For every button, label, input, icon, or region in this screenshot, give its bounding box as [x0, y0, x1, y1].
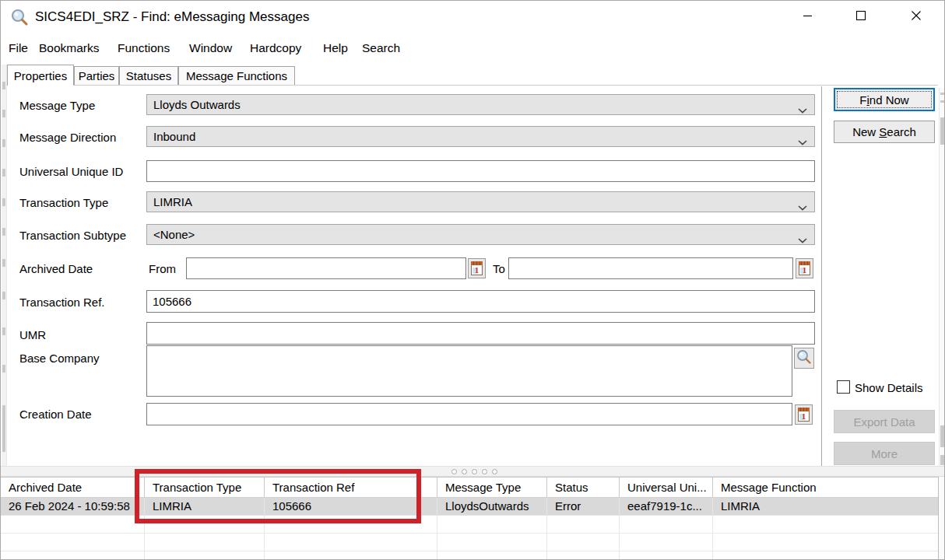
minimize-icon [803, 10, 813, 24]
title-bar: SICS4EDI_SRZ - Find: eMessaging Messages [1, 1, 944, 33]
universal-unique-id-input[interactable] [146, 160, 815, 182]
archived-date-to-input[interactable] [508, 257, 793, 279]
new-search-button[interactable]: New Search [834, 121, 935, 143]
menu-bar: File Bookmarks Functions Window Hardcopy… [1, 33, 944, 63]
menu-item-file[interactable]: File [9, 41, 28, 55]
magnifier-icon [10, 8, 29, 26]
column-header-transaction-type[interactable]: Transaction Type [145, 478, 265, 497]
message-type-combo[interactable]: Lloyds Outwards [146, 94, 815, 115]
cell-status: Error [547, 498, 620, 515]
table-vertical-scrollbar[interactable] [938, 477, 945, 560]
left-edge-strip [2, 65, 7, 477]
show-details-label: Show Details [855, 381, 923, 394]
right-scrollbar[interactable] [939, 88, 945, 466]
cell-message-function: LIMRIA [713, 498, 938, 515]
magnifier-icon [796, 349, 812, 368]
transaction-type-value: LIMRIA [153, 195, 192, 208]
close-icon [911, 10, 922, 24]
tab-properties[interactable]: Properties [7, 65, 74, 86]
creation-date-picker-button[interactable]: 1 [795, 404, 813, 425]
archived-date-to-picker-button[interactable]: 1 [796, 258, 813, 278]
menu-item-functions[interactable]: Functions [118, 41, 170, 55]
message-type-label: Message Type [19, 99, 95, 112]
export-data-button[interactable]: Export Data [834, 410, 935, 433]
transaction-ref-label: Transaction Ref. [19, 296, 105, 309]
tab-message-functions[interactable]: Message Functions [178, 66, 295, 85]
base-company-label: Base Company [19, 352, 100, 365]
chevron-down-icon [798, 135, 807, 148]
archived-date-label: Archived Date [19, 262, 93, 275]
column-header-universal-unique[interactable]: Universal Uni... [620, 478, 713, 497]
table-empty-row [1, 534, 938, 551]
creation-date-label: Creation Date [19, 408, 92, 421]
table-header-row: Archived Date Transaction Type Transacti… [1, 478, 938, 498]
transaction-ref-input[interactable] [146, 290, 815, 313]
archived-date-from-picker-button[interactable]: 1 [468, 258, 486, 278]
maximize-icon [855, 10, 866, 24]
cell-universal-unique: eeaf7919-1c... [620, 498, 713, 515]
cell-archived-date: 26 Feb 2024 - 10:59:58 [1, 498, 145, 515]
cell-transaction-type: LIMRIA [145, 498, 265, 515]
chevron-down-icon [798, 103, 807, 116]
creation-date-input[interactable] [146, 403, 792, 425]
transaction-subtype-combo[interactable]: <None> [146, 224, 815, 245]
splitter-bar[interactable] [1, 466, 944, 477]
transaction-subtype-label: Transaction Subtype [19, 229, 126, 242]
archived-date-to-label: To [493, 262, 505, 275]
transaction-type-combo[interactable]: LIMRIA [146, 191, 815, 212]
minimize-button[interactable] [785, 1, 829, 33]
results-table: Archived Date Transaction Type Transacti… [1, 477, 938, 560]
tab-baseline [7, 85, 938, 86]
table-row[interactable]: 26 Feb 2024 - 10:59:58 LIMRIA 105666 Llo… [1, 498, 938, 516]
splitter-grip [451, 469, 497, 474]
column-header-transaction-ref[interactable]: Transaction Ref [265, 478, 437, 497]
calendar-icon: 1 [798, 408, 810, 422]
calendar-icon: 1 [471, 261, 483, 275]
menu-item-window[interactable]: Window [189, 41, 232, 55]
column-header-status[interactable]: Status [547, 478, 620, 497]
message-type-value: Lloyds Outwards [153, 98, 241, 111]
archived-date-from-label: From [149, 262, 176, 275]
message-direction-combo[interactable]: Inbound [146, 126, 815, 147]
menu-item-help[interactable]: Help [323, 41, 348, 55]
menu-item-hardcopy[interactable]: Hardcopy [250, 41, 301, 55]
more-button[interactable]: More [834, 442, 935, 465]
umr-input[interactable] [146, 322, 815, 345]
cell-message-type: LloydsOutwards [437, 498, 547, 515]
window-title: SICS4EDI_SRZ - Find: eMessaging Messages [35, 9, 309, 25]
tab-statuses[interactable]: Statuses [119, 66, 178, 85]
column-header-message-type[interactable]: Message Type [437, 478, 547, 497]
chevron-down-icon [798, 200, 807, 213]
base-company-lookup-button[interactable] [794, 348, 814, 369]
column-header-message-function[interactable]: Message Function [713, 478, 938, 497]
tab-parties[interactable]: Parties [74, 66, 119, 85]
close-button[interactable] [894, 1, 938, 33]
umr-label: UMR [19, 328, 46, 341]
universal-unique-id-label: Universal Unique ID [19, 165, 123, 178]
message-direction-label: Message Direction [19, 131, 116, 144]
archived-date-from-input[interactable] [186, 257, 466, 279]
calendar-icon: 1 [799, 261, 810, 275]
cell-transaction-ref: 105666 [265, 498, 437, 515]
maximize-button[interactable] [839, 1, 883, 33]
menu-item-bookmarks[interactable]: Bookmarks [39, 41, 100, 55]
transaction-subtype-value: <None> [153, 228, 195, 241]
menu-item-search[interactable]: Search [362, 41, 400, 55]
message-direction-value: Inbound [153, 130, 195, 143]
table-empty-row [1, 516, 938, 534]
transaction-type-label: Transaction Type [19, 196, 108, 209]
panel-divider [821, 86, 822, 466]
chevron-down-icon [798, 233, 807, 246]
table-empty-row [1, 551, 938, 560]
app-window: SICS4EDI_SRZ - Find: eMessaging Messages… [0, 0, 945, 560]
find-now-button[interactable]: Find Now [834, 88, 935, 111]
base-company-input[interactable] [146, 345, 792, 397]
show-details-checkbox[interactable] [837, 380, 850, 394]
column-header-archived-date[interactable]: Archived Date [1, 478, 145, 497]
